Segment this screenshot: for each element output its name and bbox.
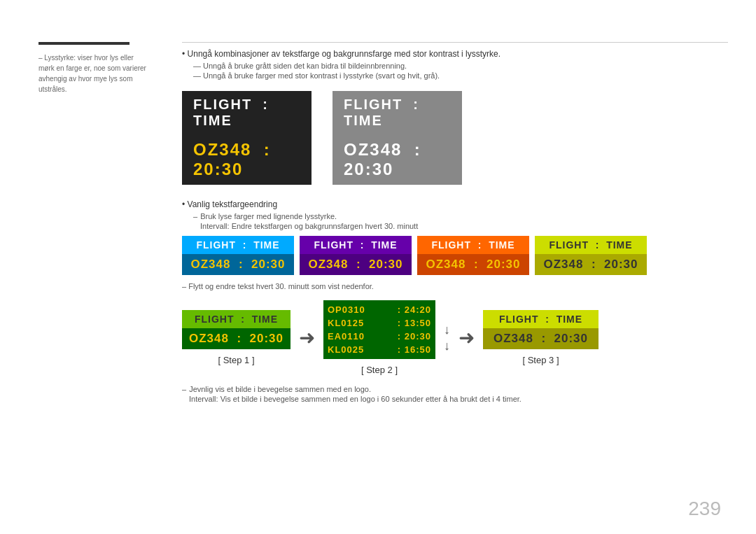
step2-row-1: OP0310: 24:20 — [328, 303, 431, 316]
small-panel-blue-bottom: OZ348 : 20:30 — [182, 254, 294, 275]
small-panel-orange-bottom: OZ348 : 20:30 — [417, 254, 529, 275]
small-panel-orange-top: FLIGHT : TIME — [417, 236, 529, 254]
intro-bullets: Unngå kombinasjoner av tekstfarge og bak… — [182, 49, 728, 80]
step2-row-2: KL0125: 13:50 — [328, 316, 431, 330]
sub-bullet-1: – Bruk lyse farger med lignende lysstyrk… — [193, 212, 728, 220]
small-panel-yellow-bottom: OZ348 : 20:30 — [535, 254, 647, 275]
small-panel-yellow: FLIGHT : TIME OZ348 : 20:30 — [535, 236, 647, 275]
down-arrows: ↓ ↓ — [444, 323, 450, 353]
step1-label: [ Step 1 ] — [218, 355, 254, 365]
step2-row-3: EA0110: 20:30 — [328, 330, 431, 343]
small-panel-purple: FLIGHT : TIME OZ348 : 20:30 — [300, 236, 412, 275]
arrow-step1-step2: ➜ — [299, 326, 315, 349]
small-panel-blue: FLIGHT : TIME OZ348 : 20:30 — [182, 236, 294, 275]
step2-panel: OP0310: 24:20 KL0125: 13:50 EA0110: 20:3… — [323, 300, 435, 359]
large-panel-gray: FLIGHT : TIME OZ348 : 20:30 — [332, 91, 462, 185]
large-panels-row: FLIGHT : TIME OZ348 : 20:30 FLIGHT : TIM… — [182, 91, 728, 185]
step1-panel: FLIGHT : TIME OZ348 : 20:30 — [182, 310, 290, 349]
bullet-item-1: Unngå kombinasjoner av tekstfarge og bak… — [182, 49, 728, 59]
sub-bullet-text: Intervall: Endre tekstfargen og bakgrunn… — [193, 222, 728, 230]
arrow-step2-step3: ➜ — [458, 326, 475, 349]
bottom-notes: – Jevnlig vis et bilde i bevegelse samme… — [182, 385, 728, 403]
page-number: 239 — [688, 498, 721, 520]
large-panel-dark-bottom: OZ348 : 20:30 — [182, 134, 312, 185]
large-panel-dark-top: FLIGHT : TIME — [182, 91, 312, 134]
regular-text-label: Vanlig tekstfargeendring — [188, 199, 278, 209]
small-panel-yellow-top: FLIGHT : TIME — [535, 236, 647, 254]
step-1: FLIGHT : TIME OZ348 : 20:30 [ Step 1 ] — [182, 310, 290, 365]
dash-item-2: Unngå å bruke farger med stor kontrast i… — [182, 71, 728, 80]
step3-panel: FLIGHT : TIME OZ348 : 20:30 — [483, 310, 598, 349]
small-panel-purple-top: FLIGHT : TIME — [300, 236, 412, 254]
bottom-note-2: Intervall: Vis et bilde i bevegelse samm… — [182, 395, 728, 403]
step1-panel-top: FLIGHT : TIME — [182, 310, 290, 328]
top-divider — [182, 42, 728, 43]
step2-label: [ Step 2 ] — [361, 365, 398, 375]
step3-label: [ Step 3 ] — [522, 355, 559, 365]
step1-panel-bottom: OZ348 : 20:30 — [182, 328, 290, 349]
large-panel-gray-top: FLIGHT : TIME — [332, 91, 462, 134]
small-panel-blue-top: FLIGHT : TIME — [182, 236, 294, 254]
steps-section: FLIGHT : TIME OZ348 : 20:30 [ Step 1 ] ➜… — [182, 300, 728, 375]
step2-row-4: KL0025: 16:50 — [328, 343, 431, 356]
small-panels-row: FLIGHT : TIME OZ348 : 20:30 FLIGHT : TIM… — [182, 236, 728, 275]
step-2: OP0310: 24:20 KL0125: 13:50 EA0110: 20:3… — [323, 300, 435, 375]
step-3: FLIGHT : TIME OZ348 : 20:30 [ Step 3 ] — [483, 310, 598, 365]
sidebar-text: – Lysstyrke: viser hvor lys eller mørk e… — [38, 52, 150, 94]
left-bar — [38, 42, 130, 45]
page: – Lysstyrke: viser hvor lys eller mørk e… — [0, 0, 756, 534]
small-panel-orange: FLIGHT : TIME OZ348 : 20:30 — [417, 236, 529, 275]
bottom-note-1: – Jevnlig vis et bilde i bevegelse samme… — [182, 385, 728, 393]
large-panel-dark: FLIGHT : TIME OZ348 : 20:30 — [182, 91, 312, 185]
regular-text-header: • Vanlig tekstfargeendring — [182, 199, 728, 209]
main-content: Unngå kombinasjoner av tekstfarge og bak… — [182, 49, 728, 403]
small-panel-purple-bottom: OZ348 : 20:30 — [300, 254, 412, 275]
step3-panel-bottom: OZ348 : 20:30 — [483, 328, 598, 349]
large-panel-gray-bottom: OZ348 : 20:30 — [332, 134, 462, 185]
move-text: – Flytt og endre tekst hvert 30. minutt … — [182, 282, 728, 290]
dash-item-1: Unngå å bruke grått siden det kan bidra … — [182, 62, 728, 70]
step3-panel-top: FLIGHT : TIME — [483, 310, 598, 328]
